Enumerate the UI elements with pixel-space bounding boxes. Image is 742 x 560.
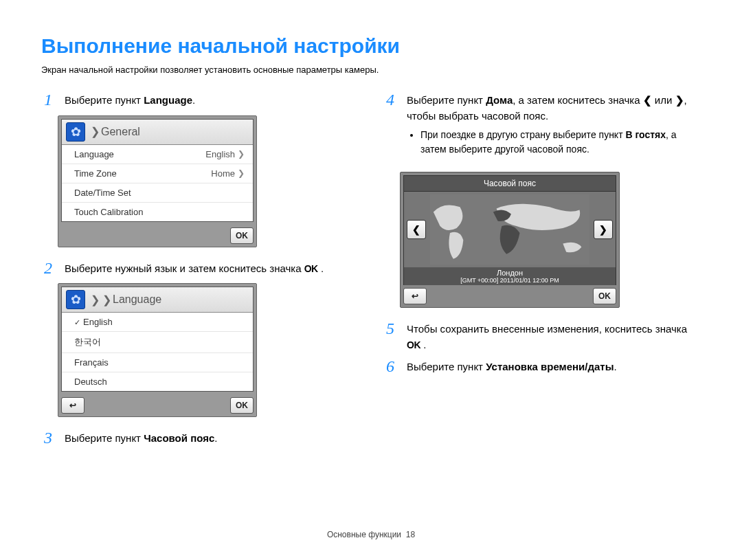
step-text-bold: Language — [144, 94, 192, 106]
bullet-text: При поездке в другую страну выберите пун… — [420, 129, 625, 140]
prev-button[interactable]: ❮ — [407, 220, 426, 239]
ok-button[interactable]: OK — [593, 288, 616, 304]
menu-label: Time Zone — [74, 168, 117, 179]
ok-glyph: OK — [304, 262, 318, 276]
tz-header: Часовой пояс — [403, 175, 616, 192]
bullet-text-bold: В гостях — [625, 129, 666, 140]
step-text: Выберите пункт — [65, 432, 144, 444]
chevron-right-icon: ❯ — [91, 125, 100, 138]
panel-header: ✿ ❯ General — [62, 120, 253, 145]
step-text: или — [652, 94, 675, 106]
lang-option-english[interactable]: ✓English — [62, 313, 253, 332]
gear-icon: ✿ — [66, 290, 85, 309]
step-text: Выберите нужный язык и затем коснитесь з… — [65, 262, 304, 274]
footer-label: Основные функции — [327, 530, 401, 539]
lang-option-french[interactable]: Français — [62, 353, 253, 372]
chevron-right-icon: ❯ — [675, 94, 684, 106]
step-text: . — [214, 432, 217, 444]
left-column: 1 Выберите пункт Language. ✿ ❯ General L… — [41, 91, 359, 452]
right-column: 4 Выберите пункт Дома, а затем коснитесь… — [383, 91, 701, 452]
next-button[interactable]: ❯ — [594, 220, 613, 239]
step-text: . — [420, 339, 426, 350]
step-number: 5 — [383, 320, 397, 337]
step-text: . — [614, 361, 617, 372]
panel-timezone: Часовой пояс ❮ ❯ Лондон — [400, 172, 620, 308]
step-6: 6 Выберите пункт Установка времени/даты. — [383, 358, 701, 375]
step-5: 5 Чтобы сохранить внесенные изменения, к… — [383, 320, 701, 352]
step-number: 4 — [383, 91, 397, 108]
chevron-right-icon: ❯ — [238, 168, 245, 178]
step-bullet: При поездке в другую страну выберите пун… — [420, 128, 701, 157]
step-number: 3 — [41, 429, 55, 446]
step-text: Выберите пункт — [407, 361, 486, 372]
page-subtitle: Экран начальной настройки позволяет уста… — [41, 65, 701, 75]
lang-option-german[interactable]: Deutsch — [62, 372, 253, 391]
step-3: 3 Выберите пункт Часовой пояс. — [41, 429, 359, 447]
panel-header: ✿ ❯❯ Language — [62, 287, 253, 313]
lang-label: Français — [74, 357, 109, 368]
menu-item-datetime[interactable]: Date/Time Set — [62, 183, 253, 203]
menu-label: Date/Time Set — [74, 188, 131, 198]
ok-button[interactable]: OK — [230, 227, 254, 244]
step-text: , а затем коснитесь значка — [513, 94, 642, 106]
panel-title: General — [101, 126, 140, 138]
step-number: 1 — [41, 91, 55, 108]
panel-title: Language — [113, 293, 161, 306]
chevron-right-icon: ❯ — [238, 149, 245, 159]
step-text: . — [318, 262, 324, 274]
back-button[interactable]: ↩ — [403, 288, 427, 304]
gear-icon: ✿ — [66, 122, 85, 142]
menu-value: English — [205, 149, 235, 159]
step-number: 2 — [41, 260, 55, 276]
menu-label: Touch Calibration — [74, 207, 143, 217]
lang-label: 한국어 — [74, 336, 101, 348]
menu-item-language[interactable]: Language English❯ — [62, 145, 253, 164]
lang-label: English — [83, 317, 113, 327]
world-map — [430, 194, 589, 265]
step-text-bold: Установка времени/даты — [486, 361, 614, 372]
menu-value: Home — [211, 168, 235, 179]
panel-general: ✿ ❯ General Language English❯ Time Zone … — [58, 115, 257, 247]
step-2: 2 Выберите нужный язык и затем коснитесь… — [41, 260, 359, 277]
step-text: Выберите пункт — [65, 94, 144, 106]
step-text-bold: Часовой пояс — [144, 432, 214, 444]
page-title: Выполнение начальной настройки — [41, 34, 701, 58]
step-text: Выберите пункт — [407, 94, 486, 106]
back-button[interactable]: ↩ — [61, 397, 85, 414]
step-1: 1 Выберите пункт Language. — [41, 91, 359, 109]
check-icon: ✓ — [74, 318, 80, 326]
step-text-bold: Дома — [486, 94, 513, 106]
chevron-left-icon: ❮ — [643, 94, 652, 106]
lang-option-korean[interactable]: 한국어 — [62, 332, 253, 353]
step-text: . — [192, 94, 195, 106]
lang-label: Deutsch — [74, 377, 107, 387]
footer-page: 18 — [406, 530, 415, 539]
step-number: 6 — [383, 358, 397, 374]
tz-gmt: [GMT +00:00] 2011/01/01 12:00 PM — [404, 277, 616, 284]
ok-button[interactable]: OK — [230, 397, 254, 414]
ok-glyph: OK — [407, 338, 420, 352]
tz-city: Лондон — [404, 269, 616, 277]
chevron-right-icon: ❯ — [91, 293, 100, 306]
menu-item-timezone[interactable]: Time Zone Home❯ — [62, 164, 253, 183]
panel-language: ✿ ❯❯ Language ✓English 한국어 Français Deut… — [58, 283, 257, 417]
menu-label: Language — [74, 149, 114, 159]
step-4: 4 Выберите пункт Дома, а затем коснитесь… — [383, 91, 701, 165]
menu-item-touchcal[interactable]: Touch Calibration — [62, 203, 253, 221]
page-footer: Основные функции 18 — [0, 530, 742, 539]
step-text: Чтобы сохранить внесенные изменения, кос… — [407, 323, 687, 335]
chevron-right-icon: ❯ — [102, 293, 111, 306]
